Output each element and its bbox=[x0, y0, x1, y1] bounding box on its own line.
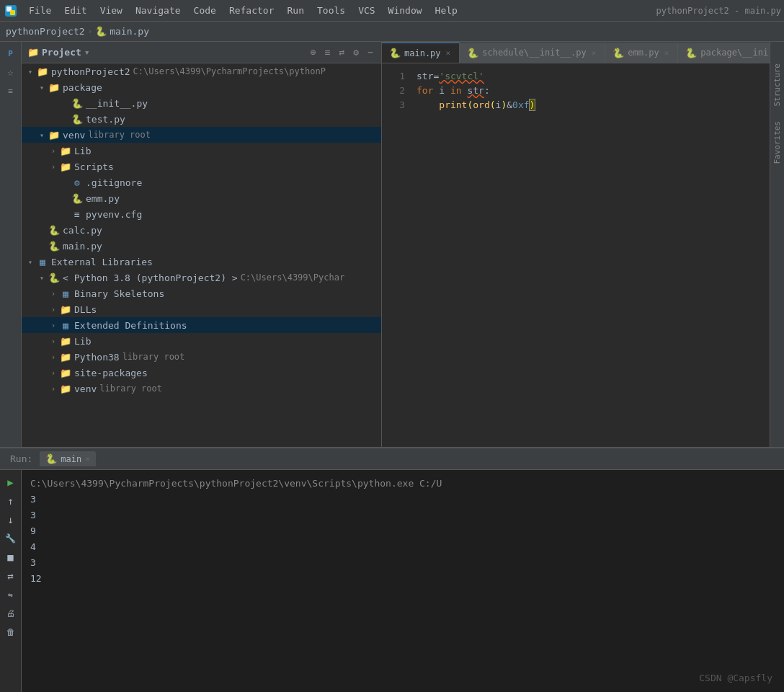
tree-item-python-sdk[interactable]: ▾ 🐍 < Python 3.8 (pythonProject2) > C:\U… bbox=[22, 270, 381, 285]
sidebar-label-favorites[interactable]: Favorites bbox=[772, 121, 782, 164]
menu-file[interactable]: File bbox=[23, 4, 57, 17]
tree-item-main[interactable]: 🐍 main.py bbox=[22, 238, 381, 254]
tree-item-extended-definitions[interactable]: › ▦ Extended Definitions bbox=[22, 317, 381, 333]
tree-arrow-lib-sdk: › bbox=[48, 337, 59, 345]
collapse-all-icon[interactable]: ≡ bbox=[323, 45, 333, 59]
python-icon-main: 🐍 bbox=[48, 239, 61, 252]
run-stop-button[interactable]: ■ bbox=[3, 549, 19, 565]
watermark: CSDN @Capsfly bbox=[699, 673, 772, 683]
tree-item-pyvenv[interactable]: ≡ pyvenv.cfg bbox=[22, 206, 381, 222]
python-sdk-icon: 🐍 bbox=[48, 271, 61, 284]
run-output: C:\Users\4399\PycharmProjects\pythonProj… bbox=[22, 470, 784, 692]
breadcrumb-file[interactable]: main.py bbox=[110, 26, 149, 37]
project-title: 📁 Project ▾ bbox=[27, 47, 90, 58]
tree-label-root-path: C:\Users\4399\PycharmProjects\pythonP bbox=[133, 66, 326, 76]
run-tab-main[interactable]: 🐍 main ✕ bbox=[40, 451, 96, 466]
tab-close-emm[interactable]: ✕ bbox=[663, 48, 671, 58]
menu-help[interactable]: Help bbox=[429, 4, 463, 17]
project-header-icons: ⊕ ≡ ⇄ ⚙ − bbox=[308, 45, 375, 59]
tree-item-python38[interactable]: › 📁 Python38 library root bbox=[22, 349, 381, 365]
tree-item-scripts[interactable]: › 📁 Scripts bbox=[22, 159, 381, 174]
tree-label-package: package bbox=[63, 82, 102, 93]
tree-item-gitignore[interactable]: ⚙ .gitignore bbox=[22, 174, 381, 190]
folder-icon-lib-sdk: 📁 bbox=[59, 334, 72, 347]
code-editor[interactable]: 1 2 3 str='scvtcl' for i in str: print(o… bbox=[382, 63, 770, 447]
tab-main-py[interactable]: 🐍 main.py ✕ bbox=[382, 43, 460, 63]
tree-item-init[interactable]: 🐍 __init__.py bbox=[22, 95, 381, 111]
tree-item-emm[interactable]: 🐍 emm.py bbox=[22, 190, 381, 206]
editor-area: 🐍 main.py ✕ 🐍 schedule\__init__.py ✕ 🐍 e… bbox=[382, 42, 770, 447]
tab-close-main[interactable]: ✕ bbox=[445, 48, 453, 58]
menu-window[interactable]: Window bbox=[383, 4, 428, 17]
tree-arrow-root: ▾ bbox=[24, 68, 36, 76]
menu-edit[interactable]: Edit bbox=[58, 4, 92, 17]
tree-arrow-lib-venv: › bbox=[48, 147, 59, 155]
bottom-panel: Run: 🐍 main ✕ ▶ ↑ ↓ 🔧 ■ ⇄ ⇋ 🖨 🗑 C:\Users… bbox=[0, 447, 784, 692]
run-wrench-icon[interactable]: 🔧 bbox=[3, 531, 19, 546]
run-tab-close[interactable]: ✕ bbox=[85, 454, 90, 463]
run-output-line-6: 12 bbox=[30, 571, 775, 587]
tree-label-root: pythonProject2 bbox=[51, 66, 130, 77]
menu-code[interactable]: Code bbox=[188, 4, 222, 17]
menu-refactor[interactable]: Refactor bbox=[223, 4, 280, 17]
folder-icon-site-packages: 📁 bbox=[59, 366, 72, 379]
python-icon-test: 🐍 bbox=[71, 112, 84, 125]
breadcrumb-project[interactable]: pythonProject2 bbox=[6, 26, 85, 37]
tab-icon-schedule: 🐍 bbox=[467, 48, 478, 58]
tab-schedule[interactable]: 🐍 schedule\__init__.py ✕ bbox=[460, 43, 605, 63]
tree-item-binary-skeletons[interactable]: › ▦ Binary Skeletons bbox=[22, 285, 381, 301]
sidebar-label-structure[interactable]: Structure bbox=[772, 63, 782, 107]
run-wrap-icon[interactable]: ⇋ bbox=[3, 587, 19, 603]
code-content[interactable]: str='scvtcl' for i in str: print(ord(i)&… bbox=[411, 63, 770, 447]
sync-icon[interactable]: ⊕ bbox=[308, 45, 318, 59]
run-output-line-4: 4 bbox=[30, 539, 775, 555]
tree-item-package[interactable]: ▾ 📁 package bbox=[22, 79, 381, 95]
tree-label-python38: Python38 bbox=[74, 352, 120, 363]
menu-navigate[interactable]: Navigate bbox=[130, 4, 187, 17]
tree-label-extended-defs: Extended Definitions bbox=[74, 320, 187, 331]
file-tree: ▾ 📁 pythonProject2 C:\Users\4399\Pycharm… bbox=[22, 63, 381, 447]
tree-label-venv: venv bbox=[63, 130, 85, 141]
tab-emm[interactable]: 🐍 emm.py ✕ bbox=[605, 43, 678, 63]
tree-label-lib-venv: Lib bbox=[74, 146, 91, 156]
tree-item-venv[interactable]: ▾ 📁 venv library root bbox=[22, 127, 381, 143]
project-icon[interactable]: P bbox=[2, 45, 19, 62]
run-scroll-down[interactable]: ↓ bbox=[3, 512, 19, 528]
menu-vcs[interactable]: VCS bbox=[352, 4, 380, 17]
tree-item-site-packages[interactable]: › 📁 site-packages bbox=[22, 365, 381, 381]
tree-label-emm: emm.py bbox=[86, 193, 120, 204]
tree-item-root[interactable]: ▾ 📁 pythonProject2 C:\Users\4399\Pycharm… bbox=[22, 63, 381, 79]
tree-item-extlibs[interactable]: ▾ ▦ External Libraries bbox=[22, 254, 381, 270]
project-dropdown-arrow[interactable]: ▾ bbox=[84, 47, 90, 58]
tree-item-test[interactable]: 🐍 test.py bbox=[22, 111, 381, 127]
tree-label-test: test.py bbox=[86, 114, 125, 125]
tree-item-venv2[interactable]: › 📁 venv library root bbox=[22, 381, 381, 396]
main-area: P ☆ ≡ 📁 Project ▾ ⊕ ≡ ⇄ ⚙ − ▾ bbox=[0, 42, 784, 447]
code-line-1: str='scvtcl' bbox=[416, 69, 764, 84]
settings-icon[interactable]: ⚙ bbox=[351, 45, 361, 59]
project-title-label: Project bbox=[42, 47, 81, 58]
line-num-2: 2 bbox=[388, 84, 405, 98]
tree-item-dlls[interactable]: › 📁 DLLs bbox=[22, 301, 381, 317]
minimize-icon[interactable]: − bbox=[365, 45, 375, 59]
bookmark-icon[interactable]: ☆ bbox=[2, 63, 19, 81]
tree-item-calc[interactable]: 🐍 calc.py bbox=[22, 222, 381, 238]
tab-label-emm: emm.py bbox=[628, 48, 659, 58]
tab-label-main: main.py bbox=[404, 48, 441, 58]
tree-item-lib-venv[interactable]: › 📁 Lib bbox=[22, 143, 381, 159]
menu-view[interactable]: View bbox=[94, 4, 128, 17]
tab-close-schedule[interactable]: ✕ bbox=[590, 48, 598, 58]
menu-tools[interactable]: Tools bbox=[311, 4, 351, 17]
run-scroll-up[interactable]: ↑ bbox=[3, 493, 19, 509]
structure-icon[interactable]: ≡ bbox=[2, 82, 19, 99]
breadcrumb-separator: › bbox=[88, 27, 93, 36]
tabs-bar: 🐍 main.py ✕ 🐍 schedule\__init__.py ✕ 🐍 e… bbox=[382, 42, 770, 63]
run-trash-button[interactable]: 🗑 bbox=[3, 624, 19, 640]
tree-item-lib-sdk[interactable]: › 📁 Lib bbox=[22, 333, 381, 349]
expand-icon[interactable]: ⇄ bbox=[337, 45, 347, 59]
run-play-button[interactable]: ▶ bbox=[3, 474, 19, 490]
run-rerun-button[interactable]: ⇄ bbox=[3, 568, 19, 584]
tab-package[interactable]: 🐍 package\__ini ✕ bbox=[678, 43, 770, 63]
run-print-button[interactable]: 🖨 bbox=[3, 606, 19, 621]
menu-run[interactable]: Run bbox=[282, 4, 310, 17]
